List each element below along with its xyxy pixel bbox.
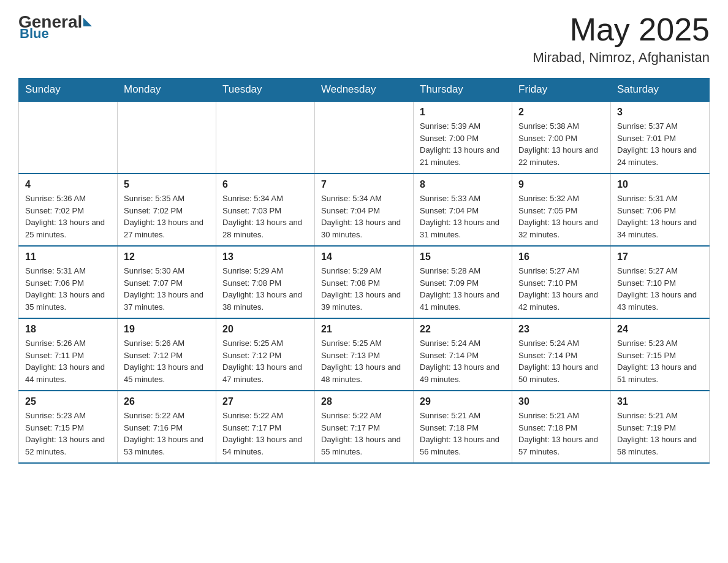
day-info: Sunrise: 5:36 AM Sunset: 7:02 PM Dayligh… [25, 193, 111, 240]
calendar-cell: 27Sunrise: 5:22 AM Sunset: 7:17 PM Dayli… [216, 391, 315, 463]
calendar-cell: 15Sunrise: 5:28 AM Sunset: 7:09 PM Dayli… [414, 246, 512, 318]
day-info: Sunrise: 5:34 AM Sunset: 7:03 PM Dayligh… [222, 193, 308, 240]
calendar-cell: 19Sunrise: 5:26 AM Sunset: 7:12 PM Dayli… [118, 318, 216, 391]
day-number: 23 [518, 324, 604, 335]
day-number: 15 [420, 251, 506, 262]
day-info: Sunrise: 5:22 AM Sunset: 7:17 PM Dayligh… [222, 410, 308, 458]
day-number: 21 [321, 324, 407, 335]
day-number: 12 [124, 251, 210, 262]
day-number: 9 [518, 179, 604, 190]
calendar-cell [315, 101, 414, 174]
logo-arrow-icon [83, 18, 92, 26]
day-number: 31 [617, 396, 703, 407]
day-info: Sunrise: 5:23 AM Sunset: 7:15 PM Dayligh… [617, 337, 703, 385]
logo: General Blue [18, 12, 92, 42]
weekday-header-thursday: Thursday [414, 79, 512, 102]
day-number: 16 [518, 251, 604, 262]
calendar-cell: 25Sunrise: 5:23 AM Sunset: 7:15 PM Dayli… [19, 391, 118, 463]
day-info: Sunrise: 5:23 AM Sunset: 7:15 PM Dayligh… [25, 410, 111, 458]
calendar-cell: 8Sunrise: 5:33 AM Sunset: 7:04 PM Daylig… [414, 174, 512, 246]
calendar-week-5: 25Sunrise: 5:23 AM Sunset: 7:15 PM Dayli… [19, 391, 710, 463]
day-info: Sunrise: 5:22 AM Sunset: 7:16 PM Dayligh… [124, 410, 210, 458]
weekday-header-sunday: Sunday [19, 79, 118, 102]
day-info: Sunrise: 5:24 AM Sunset: 7:14 PM Dayligh… [518, 337, 604, 385]
day-info: Sunrise: 5:34 AM Sunset: 7:04 PM Dayligh… [321, 193, 407, 240]
calendar-body: 1Sunrise: 5:39 AM Sunset: 7:00 PM Daylig… [19, 101, 710, 463]
day-number: 13 [222, 251, 308, 262]
day-info: Sunrise: 5:26 AM Sunset: 7:12 PM Dayligh… [124, 337, 210, 385]
month-year-title: May 2025 [533, 12, 710, 47]
calendar-cell: 12Sunrise: 5:30 AM Sunset: 7:07 PM Dayli… [118, 246, 216, 318]
calendar-cell: 23Sunrise: 5:24 AM Sunset: 7:14 PM Dayli… [512, 318, 611, 391]
day-info: Sunrise: 5:35 AM Sunset: 7:02 PM Dayligh… [124, 193, 210, 240]
calendar-cell: 14Sunrise: 5:29 AM Sunset: 7:08 PM Dayli… [315, 246, 414, 318]
calendar-cell [19, 101, 118, 174]
calendar-week-3: 11Sunrise: 5:31 AM Sunset: 7:06 PM Dayli… [19, 246, 710, 318]
calendar-cell: 21Sunrise: 5:25 AM Sunset: 7:13 PM Dayli… [315, 318, 414, 391]
day-number: 11 [25, 251, 111, 262]
weekday-header-tuesday: Tuesday [216, 79, 315, 102]
day-number: 1 [420, 107, 506, 118]
title-section: May 2025 Mirabad, Nimroz, Afghanistan [533, 12, 710, 66]
day-number: 14 [321, 251, 407, 262]
day-info: Sunrise: 5:26 AM Sunset: 7:11 PM Dayligh… [25, 337, 111, 385]
calendar-cell: 10Sunrise: 5:31 AM Sunset: 7:06 PM Dayli… [611, 174, 710, 246]
calendar-cell: 5Sunrise: 5:35 AM Sunset: 7:02 PM Daylig… [118, 174, 216, 246]
calendar-cell: 9Sunrise: 5:32 AM Sunset: 7:05 PM Daylig… [512, 174, 611, 246]
calendar-cell [216, 101, 315, 174]
day-info: Sunrise: 5:31 AM Sunset: 7:06 PM Dayligh… [25, 265, 111, 313]
calendar-header: SundayMondayTuesdayWednesdayThursdayFrid… [19, 79, 710, 102]
calendar-week-2: 4Sunrise: 5:36 AM Sunset: 7:02 PM Daylig… [19, 174, 710, 246]
weekday-header-row: SundayMondayTuesdayWednesdayThursdayFrid… [19, 79, 710, 102]
day-info: Sunrise: 5:25 AM Sunset: 7:12 PM Dayligh… [222, 337, 308, 385]
day-info: Sunrise: 5:21 AM Sunset: 7:19 PM Dayligh… [617, 410, 703, 458]
weekday-header-saturday: Saturday [611, 79, 710, 102]
day-info: Sunrise: 5:21 AM Sunset: 7:18 PM Dayligh… [420, 410, 506, 458]
weekday-header-monday: Monday [118, 79, 216, 102]
calendar-cell: 28Sunrise: 5:22 AM Sunset: 7:17 PM Dayli… [315, 391, 414, 463]
day-number: 8 [420, 179, 506, 190]
calendar-cell: 29Sunrise: 5:21 AM Sunset: 7:18 PM Dayli… [414, 391, 512, 463]
calendar-week-4: 18Sunrise: 5:26 AM Sunset: 7:11 PM Dayli… [19, 318, 710, 391]
day-number: 30 [518, 396, 604, 407]
day-number: 18 [25, 324, 111, 335]
day-number: 27 [222, 396, 308, 407]
day-info: Sunrise: 5:29 AM Sunset: 7:08 PM Dayligh… [321, 265, 407, 313]
day-number: 22 [420, 324, 506, 335]
day-info: Sunrise: 5:32 AM Sunset: 7:05 PM Dayligh… [518, 193, 604, 240]
day-info: Sunrise: 5:27 AM Sunset: 7:10 PM Dayligh… [617, 265, 703, 313]
calendar-cell: 24Sunrise: 5:23 AM Sunset: 7:15 PM Dayli… [611, 318, 710, 391]
day-number: 7 [321, 179, 407, 190]
day-number: 25 [25, 396, 111, 407]
calendar-cell: 17Sunrise: 5:27 AM Sunset: 7:10 PM Dayli… [611, 246, 710, 318]
calendar-cell: 16Sunrise: 5:27 AM Sunset: 7:10 PM Dayli… [512, 246, 611, 318]
day-info: Sunrise: 5:28 AM Sunset: 7:09 PM Dayligh… [420, 265, 506, 313]
calendar-cell: 2Sunrise: 5:38 AM Sunset: 7:00 PM Daylig… [512, 101, 611, 174]
calendar-cell: 13Sunrise: 5:29 AM Sunset: 7:08 PM Dayli… [216, 246, 315, 318]
day-info: Sunrise: 5:38 AM Sunset: 7:00 PM Dayligh… [518, 120, 604, 168]
day-info: Sunrise: 5:22 AM Sunset: 7:17 PM Dayligh… [321, 410, 407, 458]
calendar-cell: 26Sunrise: 5:22 AM Sunset: 7:16 PM Dayli… [118, 391, 216, 463]
day-info: Sunrise: 5:39 AM Sunset: 7:00 PM Dayligh… [420, 120, 506, 168]
weekday-header-wednesday: Wednesday [315, 79, 414, 102]
calendar-cell: 18Sunrise: 5:26 AM Sunset: 7:11 PM Dayli… [19, 318, 118, 391]
calendar-cell: 22Sunrise: 5:24 AM Sunset: 7:14 PM Dayli… [414, 318, 512, 391]
calendar-cell: 3Sunrise: 5:37 AM Sunset: 7:01 PM Daylig… [611, 101, 710, 174]
day-number: 3 [617, 107, 703, 118]
day-info: Sunrise: 5:24 AM Sunset: 7:14 PM Dayligh… [420, 337, 506, 385]
day-info: Sunrise: 5:27 AM Sunset: 7:10 PM Dayligh… [518, 265, 604, 313]
day-info: Sunrise: 5:21 AM Sunset: 7:18 PM Dayligh… [518, 410, 604, 458]
day-info: Sunrise: 5:37 AM Sunset: 7:01 PM Dayligh… [617, 120, 703, 168]
day-info: Sunrise: 5:31 AM Sunset: 7:06 PM Dayligh… [617, 193, 703, 240]
calendar-cell: 30Sunrise: 5:21 AM Sunset: 7:18 PM Dayli… [512, 391, 611, 463]
calendar-cell: 1Sunrise: 5:39 AM Sunset: 7:00 PM Daylig… [414, 101, 512, 174]
calendar-cell: 31Sunrise: 5:21 AM Sunset: 7:19 PM Dayli… [611, 391, 710, 463]
day-number: 24 [617, 324, 703, 335]
calendar-week-1: 1Sunrise: 5:39 AM Sunset: 7:00 PM Daylig… [19, 101, 710, 174]
day-number: 4 [25, 179, 111, 190]
day-info: Sunrise: 5:30 AM Sunset: 7:07 PM Dayligh… [124, 265, 210, 313]
calendar-cell: 6Sunrise: 5:34 AM Sunset: 7:03 PM Daylig… [216, 174, 315, 246]
location-subtitle: Mirabad, Nimroz, Afghanistan [533, 50, 710, 66]
calendar-cell [118, 101, 216, 174]
day-number: 5 [124, 179, 210, 190]
